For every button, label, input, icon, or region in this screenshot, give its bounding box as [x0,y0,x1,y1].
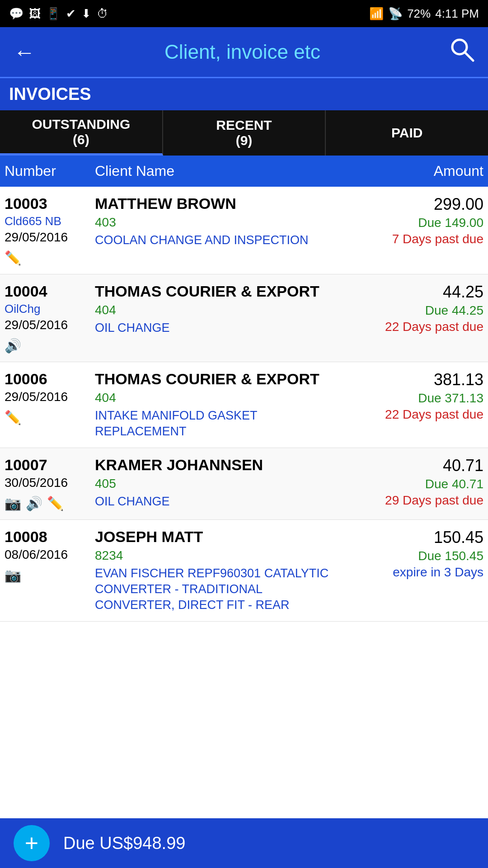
job-description: INTAKE MANIFOLD GASKET REPLACEMENT [95,408,330,439]
client-name: KRAMER JOHANNSEN [95,456,330,474]
invoice-code: OilChg [5,302,95,316]
app-bar-title: Client, invoice etc [164,41,320,63]
app-bar: ← Client, invoice etc [0,27,488,77]
invoice-number: 10006 [5,370,95,388]
client-name: MATTHEW BROWN [95,195,330,212]
basics-icon: 📱 [46,7,61,21]
invoice-code: Cld665 NB [5,214,95,228]
status-bar-left: 💬 🖼 📱 ✔ ⬇ ⏱ [9,7,108,21]
job-number: 8234 [95,548,330,563]
status-bar: 💬 🖼 📱 ✔ ⬇ ⏱ 📶 📡 72% 4:11 PM [0,0,488,27]
job-description: OIL CHANGE [95,320,330,336]
download-icon: ⬇ [81,7,91,21]
invoice-number: 10007 [5,456,95,474]
invoice-row[interactable]: 10007 30/05/2016 📷🔊✏️ KRAMER JOHANNSEN 4… [0,448,488,520]
invoice-amount: 381.13 [334,370,483,389]
camera-icon: 📷 [5,495,21,511]
row-right-2: 381.13 Due 371.13 22 Days past due [334,370,483,422]
invoices-section-header: INVOICES [0,77,488,110]
invoice-status: expire in 3 Days [334,565,483,580]
client-name: JOSEPH MATT [95,528,330,546]
bottom-bar: + Due US$948.99 [0,818,488,868]
due-amount: Due 149.00 [334,216,483,230]
row-left-3: 10007 30/05/2016 📷🔊✏️ [5,456,95,511]
row-right-1: 44.25 Due 44.25 22 Days past due [334,283,483,334]
pencil-icon: ✏️ [5,250,21,266]
invoices-label: INVOICES [9,85,91,104]
speaker-icon: 🔊 [5,338,21,354]
invoice-row[interactable]: 10006 29/05/2016 ✏️ THOMAS COURIER & EXP… [0,362,488,448]
col-header-client: Client Name [95,163,334,179]
invoice-date: 08/06/2016 [5,547,95,562]
row-right-0: 299.00 Due 149.00 7 Days past due [334,195,483,246]
invoice-row[interactable]: 10008 08/06/2016 📷 JOSEPH MATT 8234 EVAN… [0,520,488,622]
invoice-date: 29/05/2016 [5,230,95,245]
job-number: 404 [95,391,330,405]
whatsapp-icon: 💬 [9,7,23,21]
row-right-4: 150.45 Due 150.45 expire in 3 Days [334,528,483,580]
camera-icon: 📷 [5,567,21,583]
svg-line-1 [465,52,473,61]
invoice-date: 29/05/2016 [5,390,95,404]
invoice-number: 10003 [5,195,95,212]
search-button[interactable] [450,37,474,67]
invoice-status: 7 Days past due [334,232,483,246]
pencil-icon: ✏️ [5,410,21,425]
check-icon: ✔ [66,7,76,21]
client-name: THOMAS COURIER & EXPORT [95,283,330,300]
row-icons: 📷🔊✏️ [5,495,95,511]
battery-label: 72% [407,7,431,21]
tab-outstanding[interactable]: OUTSTANDING (6) [0,110,163,156]
signal-icon: 📡 [388,7,403,21]
tab-recent[interactable]: RECENT (9) [163,110,326,156]
row-middle-1: THOMAS COURIER & EXPORT 404 OIL CHANGE [95,283,334,336]
row-middle-2: THOMAS COURIER & EXPORT 404 INTAKE MANIF… [95,370,334,439]
speaker-icon: 🔊 [26,495,42,511]
due-amount: Due 44.25 [334,303,483,318]
pencil-icon: ✏️ [47,495,64,511]
row-middle-4: JOSEPH MATT 8234 EVAN FISCHER REPF960301… [95,528,334,613]
back-button[interactable]: ← [14,40,35,65]
invoice-date: 29/05/2016 [5,318,95,332]
invoice-amount: 150.45 [334,528,483,547]
row-left-1: 10004 OilChg 29/05/2016 🔊 [5,283,95,354]
invoice-status: 29 Days past due [334,493,483,508]
status-bar-right: 📶 📡 72% 4:11 PM [369,7,479,21]
row-icons: 🔊 [5,338,95,354]
image-icon: 🖼 [29,7,41,21]
due-amount: Due 40.71 [334,477,483,491]
row-middle-3: KRAMER JOHANNSEN 405 OIL CHANGE [95,456,334,509]
invoice-date: 30/05/2016 [5,476,95,490]
row-icons: 📷 [5,567,95,583]
row-left-2: 10006 29/05/2016 ✏️ [5,370,95,425]
invoice-row[interactable]: 10004 OilChg 29/05/2016 🔊 THOMAS COURIER… [0,274,488,362]
wifi-icon: 📶 [369,7,384,21]
invoice-amount: 40.71 [334,456,483,475]
job-description: EVAN FISCHER REPF960301 CATALYTIC CONVER… [95,566,330,613]
invoice-list: 10003 Cld665 NB 29/05/2016 ✏️ MATTHEW BR… [0,187,488,622]
tab-paid[interactable]: PAID [326,110,488,156]
row-icons: ✏️ [5,410,95,425]
invoice-amount: 299.00 [334,195,483,214]
total-due-label: Due US$948.99 [63,834,185,853]
col-header-number: Number [5,163,95,179]
table-header: Number Client Name Amount [0,156,488,187]
client-name: THOMAS COURIER & EXPORT [95,370,330,388]
col-header-amount: Amount [334,163,483,179]
invoice-number: 10004 [5,283,95,300]
invoice-status: 22 Days past due [334,407,483,422]
invoice-row[interactable]: 10003 Cld665 NB 29/05/2016 ✏️ MATTHEW BR… [0,187,488,274]
row-middle-0: MATTHEW BROWN 403 COOLAN CHANGE AND INSP… [95,195,334,248]
row-left-0: 10003 Cld665 NB 29/05/2016 ✏️ [5,195,95,266]
job-number: 404 [95,303,330,317]
job-number: 403 [95,215,330,230]
job-description: OIL CHANGE [95,494,330,509]
row-icons: ✏️ [5,250,95,266]
row-right-3: 40.71 Due 40.71 29 Days past due [334,456,483,508]
tabs-bar: OUTSTANDING (6) RECENT (9) PAID [0,110,488,156]
add-invoice-button[interactable]: + [14,825,50,861]
invoice-status: 22 Days past due [334,320,483,334]
job-description: COOLAN CHANGE AND INSPECTION [95,232,330,248]
time-label: 4:11 PM [435,7,479,21]
timer-icon: ⏱ [97,7,108,21]
